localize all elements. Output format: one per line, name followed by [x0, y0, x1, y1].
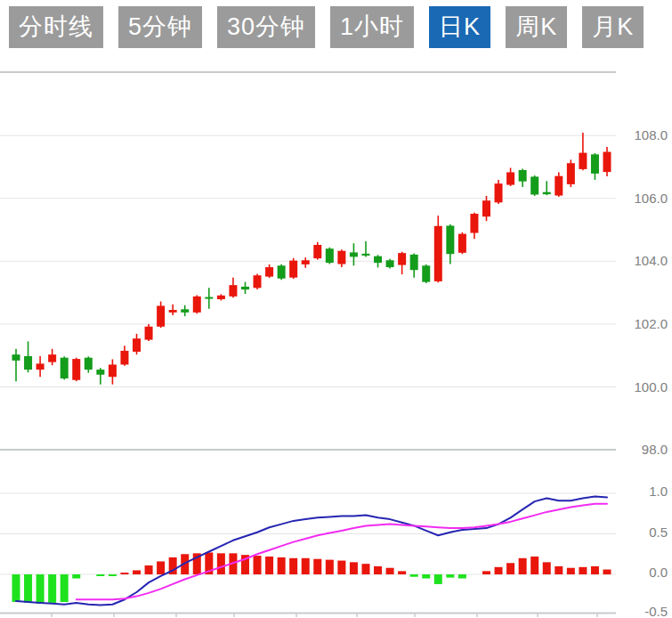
price-axis-label: 104.0	[634, 253, 668, 268]
candle	[181, 305, 189, 316]
candle-body	[579, 153, 587, 169]
candle-body	[530, 176, 538, 194]
candle	[374, 255, 382, 267]
candle	[519, 169, 527, 187]
candle	[313, 242, 321, 260]
macd-axis-label: 0.5	[649, 524, 668, 540]
candle	[109, 359, 117, 384]
candle-body	[446, 225, 454, 254]
candle-body	[361, 254, 369, 256]
candle	[579, 133, 587, 170]
price-axis-label: 106.0	[634, 191, 668, 206]
macd-bar	[603, 570, 611, 574]
dif-line	[16, 497, 607, 606]
candle	[302, 257, 310, 268]
candle	[434, 215, 442, 282]
macd-bar	[96, 574, 104, 576]
candle-body	[85, 358, 93, 370]
macd-bar	[555, 566, 563, 574]
candle	[422, 264, 430, 283]
candle	[96, 368, 104, 384]
candle	[169, 305, 177, 315]
candle	[265, 264, 273, 278]
macd-bar	[61, 574, 69, 602]
candle	[120, 346, 128, 366]
candle	[337, 249, 345, 267]
macd-bar	[410, 574, 418, 577]
macd-bar	[302, 558, 310, 574]
macd-axis-label: -0.5	[644, 604, 668, 618]
macd-bar	[145, 565, 153, 574]
macd-bar	[217, 553, 225, 574]
macd-bar	[543, 562, 551, 574]
dea-line	[77, 504, 607, 599]
candle-body	[337, 251, 345, 264]
macd-bar	[495, 567, 503, 574]
candle	[24, 341, 32, 372]
macd-bar	[422, 574, 430, 579]
macd-bar	[458, 574, 466, 579]
macd-bar	[12, 574, 20, 602]
macd-bar	[265, 557, 273, 574]
candle	[326, 248, 334, 264]
candle	[410, 254, 418, 278]
macd-bar	[254, 556, 262, 574]
macd-bar	[579, 567, 587, 574]
candle	[470, 213, 478, 240]
candle-body	[519, 170, 527, 182]
candle	[350, 243, 358, 265]
candle	[591, 153, 599, 180]
macd-bar	[519, 558, 527, 574]
candle-body	[350, 252, 358, 256]
candle-body	[278, 265, 286, 278]
candle-body	[24, 356, 32, 370]
macd-bar	[289, 558, 297, 574]
candle	[157, 302, 165, 329]
candle	[133, 334, 141, 354]
macd-bar	[109, 574, 117, 576]
candle	[555, 172, 563, 197]
candle-body	[193, 297, 201, 313]
candle-body	[36, 363, 45, 370]
macd-bar	[398, 571, 406, 574]
candle-body	[96, 370, 104, 375]
candle	[446, 224, 454, 264]
candle-body	[289, 261, 297, 278]
candle	[205, 288, 213, 308]
candle-body	[410, 255, 418, 270]
candle	[278, 264, 286, 280]
macd-axis-label: 0.0	[649, 565, 668, 580]
macd-bar	[386, 568, 394, 574]
candle-body	[229, 285, 237, 297]
candle-body	[495, 183, 503, 202]
candle-body	[434, 226, 442, 281]
macd-bar	[24, 574, 32, 603]
candle	[495, 180, 503, 204]
candle-body	[543, 192, 551, 194]
candle	[36, 356, 45, 377]
candle	[229, 278, 237, 298]
macd-bar	[36, 574, 45, 604]
candle-body	[302, 260, 310, 264]
macd-bar	[313, 559, 321, 574]
macd-bar	[278, 557, 286, 574]
macd-bar	[157, 561, 165, 574]
candle	[458, 232, 466, 254]
candle	[48, 349, 56, 365]
candle	[85, 356, 93, 372]
candle-body	[386, 260, 394, 267]
macd-bar	[530, 557, 538, 574]
candle-body	[313, 245, 321, 258]
macd-bar	[337, 561, 345, 574]
candle-body	[567, 163, 575, 184]
candle-body	[217, 296, 225, 299]
candle-body	[157, 305, 165, 326]
macd-bar	[326, 560, 334, 574]
macd-bar	[133, 570, 141, 574]
candle-body	[326, 248, 334, 263]
candle	[543, 181, 551, 195]
candle-body	[72, 359, 80, 380]
candle-body	[591, 154, 599, 174]
macd-bar	[350, 562, 358, 574]
price-axis-label: 108.0	[634, 127, 668, 142]
